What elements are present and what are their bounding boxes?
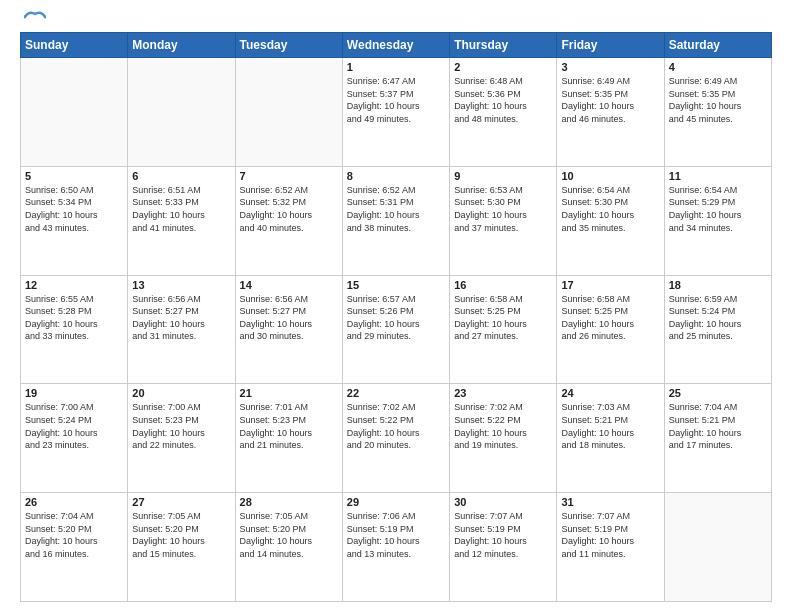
cell-content: Sunrise: 7:07 AM Sunset: 5:19 PM Dayligh… xyxy=(454,510,552,560)
day-number: 20 xyxy=(132,387,230,399)
calendar-cell: 10Sunrise: 6:54 AM Sunset: 5:30 PM Dayli… xyxy=(557,166,664,275)
calendar-cell: 7Sunrise: 6:52 AM Sunset: 5:32 PM Daylig… xyxy=(235,166,342,275)
calendar-cell: 18Sunrise: 6:59 AM Sunset: 5:24 PM Dayli… xyxy=(664,275,771,384)
day-number: 27 xyxy=(132,496,230,508)
calendar-cell: 9Sunrise: 6:53 AM Sunset: 5:30 PM Daylig… xyxy=(450,166,557,275)
calendar-week-5: 26Sunrise: 7:04 AM Sunset: 5:20 PM Dayli… xyxy=(21,493,772,602)
calendar-cell: 21Sunrise: 7:01 AM Sunset: 5:23 PM Dayli… xyxy=(235,384,342,493)
logo-bird-icon xyxy=(24,10,46,24)
cell-content: Sunrise: 6:52 AM Sunset: 5:31 PM Dayligh… xyxy=(347,184,445,234)
day-number: 21 xyxy=(240,387,338,399)
cell-content: Sunrise: 7:00 AM Sunset: 5:24 PM Dayligh… xyxy=(25,401,123,451)
calendar-cell: 3Sunrise: 6:49 AM Sunset: 5:35 PM Daylig… xyxy=(557,58,664,167)
cell-content: Sunrise: 6:54 AM Sunset: 5:29 PM Dayligh… xyxy=(669,184,767,234)
day-number: 28 xyxy=(240,496,338,508)
calendar-cell: 25Sunrise: 7:04 AM Sunset: 5:21 PM Dayli… xyxy=(664,384,771,493)
cell-content: Sunrise: 7:05 AM Sunset: 5:20 PM Dayligh… xyxy=(240,510,338,560)
cell-content: Sunrise: 6:52 AM Sunset: 5:32 PM Dayligh… xyxy=(240,184,338,234)
calendar-cell: 4Sunrise: 6:49 AM Sunset: 5:35 PM Daylig… xyxy=(664,58,771,167)
calendar-cell: 26Sunrise: 7:04 AM Sunset: 5:20 PM Dayli… xyxy=(21,493,128,602)
day-number: 24 xyxy=(561,387,659,399)
calendar-cell: 22Sunrise: 7:02 AM Sunset: 5:22 PM Dayli… xyxy=(342,384,449,493)
cell-content: Sunrise: 7:07 AM Sunset: 5:19 PM Dayligh… xyxy=(561,510,659,560)
calendar-cell: 11Sunrise: 6:54 AM Sunset: 5:29 PM Dayli… xyxy=(664,166,771,275)
cell-content: Sunrise: 7:04 AM Sunset: 5:21 PM Dayligh… xyxy=(669,401,767,451)
cell-content: Sunrise: 7:01 AM Sunset: 5:23 PM Dayligh… xyxy=(240,401,338,451)
day-number: 7 xyxy=(240,170,338,182)
day-number: 13 xyxy=(132,279,230,291)
cell-content: Sunrise: 6:51 AM Sunset: 5:33 PM Dayligh… xyxy=(132,184,230,234)
calendar-cell xyxy=(664,493,771,602)
calendar-cell: 19Sunrise: 7:00 AM Sunset: 5:24 PM Dayli… xyxy=(21,384,128,493)
day-number: 25 xyxy=(669,387,767,399)
day-number: 1 xyxy=(347,61,445,73)
calendar-cell: 1Sunrise: 6:47 AM Sunset: 5:37 PM Daylig… xyxy=(342,58,449,167)
cell-content: Sunrise: 6:48 AM Sunset: 5:36 PM Dayligh… xyxy=(454,75,552,125)
calendar-cell: 23Sunrise: 7:02 AM Sunset: 5:22 PM Dayli… xyxy=(450,384,557,493)
calendar-week-2: 5Sunrise: 6:50 AM Sunset: 5:34 PM Daylig… xyxy=(21,166,772,275)
calendar-header-tuesday: Tuesday xyxy=(235,33,342,58)
cell-content: Sunrise: 6:54 AM Sunset: 5:30 PM Dayligh… xyxy=(561,184,659,234)
cell-content: Sunrise: 6:58 AM Sunset: 5:25 PM Dayligh… xyxy=(561,293,659,343)
cell-content: Sunrise: 7:00 AM Sunset: 5:23 PM Dayligh… xyxy=(132,401,230,451)
cell-content: Sunrise: 6:49 AM Sunset: 5:35 PM Dayligh… xyxy=(669,75,767,125)
calendar-cell xyxy=(128,58,235,167)
calendar-cell: 17Sunrise: 6:58 AM Sunset: 5:25 PM Dayli… xyxy=(557,275,664,384)
calendar-cell: 29Sunrise: 7:06 AM Sunset: 5:19 PM Dayli… xyxy=(342,493,449,602)
day-number: 18 xyxy=(669,279,767,291)
calendar-cell xyxy=(235,58,342,167)
day-number: 2 xyxy=(454,61,552,73)
calendar-cell: 30Sunrise: 7:07 AM Sunset: 5:19 PM Dayli… xyxy=(450,493,557,602)
calendar-week-4: 19Sunrise: 7:00 AM Sunset: 5:24 PM Dayli… xyxy=(21,384,772,493)
cell-content: Sunrise: 6:50 AM Sunset: 5:34 PM Dayligh… xyxy=(25,184,123,234)
cell-content: Sunrise: 6:59 AM Sunset: 5:24 PM Dayligh… xyxy=(669,293,767,343)
calendar-header-wednesday: Wednesday xyxy=(342,33,449,58)
cell-content: Sunrise: 7:04 AM Sunset: 5:20 PM Dayligh… xyxy=(25,510,123,560)
logo xyxy=(20,16,46,24)
calendar-cell: 15Sunrise: 6:57 AM Sunset: 5:26 PM Dayli… xyxy=(342,275,449,384)
day-number: 4 xyxy=(669,61,767,73)
cell-content: Sunrise: 6:56 AM Sunset: 5:27 PM Dayligh… xyxy=(132,293,230,343)
calendar-header-monday: Monday xyxy=(128,33,235,58)
calendar-cell: 31Sunrise: 7:07 AM Sunset: 5:19 PM Dayli… xyxy=(557,493,664,602)
calendar-table: SundayMondayTuesdayWednesdayThursdayFrid… xyxy=(20,32,772,602)
day-number: 22 xyxy=(347,387,445,399)
header xyxy=(20,16,772,24)
calendar-cell: 20Sunrise: 7:00 AM Sunset: 5:23 PM Dayli… xyxy=(128,384,235,493)
calendar-cell: 12Sunrise: 6:55 AM Sunset: 5:28 PM Dayli… xyxy=(21,275,128,384)
calendar-cell: 5Sunrise: 6:50 AM Sunset: 5:34 PM Daylig… xyxy=(21,166,128,275)
day-number: 16 xyxy=(454,279,552,291)
calendar-cell: 27Sunrise: 7:05 AM Sunset: 5:20 PM Dayli… xyxy=(128,493,235,602)
calendar-header-saturday: Saturday xyxy=(664,33,771,58)
calendar-cell: 24Sunrise: 7:03 AM Sunset: 5:21 PM Dayli… xyxy=(557,384,664,493)
day-number: 14 xyxy=(240,279,338,291)
day-number: 19 xyxy=(25,387,123,399)
cell-content: Sunrise: 6:55 AM Sunset: 5:28 PM Dayligh… xyxy=(25,293,123,343)
cell-content: Sunrise: 6:58 AM Sunset: 5:25 PM Dayligh… xyxy=(454,293,552,343)
day-number: 15 xyxy=(347,279,445,291)
cell-content: Sunrise: 6:49 AM Sunset: 5:35 PM Dayligh… xyxy=(561,75,659,125)
day-number: 26 xyxy=(25,496,123,508)
calendar-cell: 16Sunrise: 6:58 AM Sunset: 5:25 PM Dayli… xyxy=(450,275,557,384)
day-number: 31 xyxy=(561,496,659,508)
day-number: 12 xyxy=(25,279,123,291)
calendar-week-1: 1Sunrise: 6:47 AM Sunset: 5:37 PM Daylig… xyxy=(21,58,772,167)
calendar-cell: 14Sunrise: 6:56 AM Sunset: 5:27 PM Dayli… xyxy=(235,275,342,384)
day-number: 6 xyxy=(132,170,230,182)
day-number: 5 xyxy=(25,170,123,182)
cell-content: Sunrise: 6:57 AM Sunset: 5:26 PM Dayligh… xyxy=(347,293,445,343)
calendar-header-sunday: Sunday xyxy=(21,33,128,58)
cell-content: Sunrise: 6:53 AM Sunset: 5:30 PM Dayligh… xyxy=(454,184,552,234)
calendar-cell: 6Sunrise: 6:51 AM Sunset: 5:33 PM Daylig… xyxy=(128,166,235,275)
calendar-week-3: 12Sunrise: 6:55 AM Sunset: 5:28 PM Dayli… xyxy=(21,275,772,384)
cell-content: Sunrise: 7:02 AM Sunset: 5:22 PM Dayligh… xyxy=(347,401,445,451)
calendar-header-friday: Friday xyxy=(557,33,664,58)
day-number: 23 xyxy=(454,387,552,399)
calendar-header-row: SundayMondayTuesdayWednesdayThursdayFrid… xyxy=(21,33,772,58)
day-number: 29 xyxy=(347,496,445,508)
calendar-header-thursday: Thursday xyxy=(450,33,557,58)
cell-content: Sunrise: 7:02 AM Sunset: 5:22 PM Dayligh… xyxy=(454,401,552,451)
calendar-cell: 8Sunrise: 6:52 AM Sunset: 5:31 PM Daylig… xyxy=(342,166,449,275)
day-number: 30 xyxy=(454,496,552,508)
cell-content: Sunrise: 7:03 AM Sunset: 5:21 PM Dayligh… xyxy=(561,401,659,451)
